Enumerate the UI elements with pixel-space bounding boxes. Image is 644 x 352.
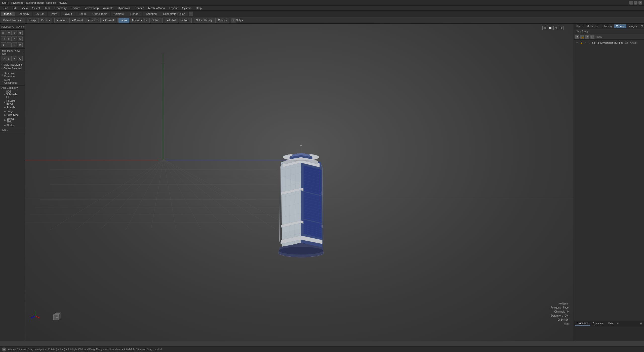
bp-plus-btn[interactable]: +	[616, 322, 619, 325]
sidebar-tool-edgeslice[interactable]: Edge Slice	[0, 113, 25, 117]
convert-btn-1[interactable]: ▸ Convert	[54, 18, 70, 23]
menu-item-view[interactable]: View	[20, 6, 30, 10]
geo-icon[interactable]: ⬡	[590, 35, 594, 39]
menu-item-help[interactable]: Help	[194, 6, 204, 10]
menu-item-file[interactable]: File	[2, 6, 10, 10]
sidebar-tool-bridge[interactable]: Bridge	[0, 109, 25, 113]
mode-tab-game-tools[interactable]: Game Tools	[89, 12, 110, 16]
convert-btn-4[interactable]: ▸ Convert	[101, 18, 116, 23]
mode-tab-layout[interactable]: Layout	[61, 12, 75, 16]
item-geo: ⬡	[588, 41, 591, 44]
mode-tab-animate[interactable]: Animate	[111, 12, 127, 16]
tool-remove[interactable]: ⊘	[18, 30, 23, 35]
mode-tab-scripting[interactable]: Scripting	[143, 12, 160, 16]
tool-select[interactable]: ⬡	[1, 36, 6, 41]
items-btn[interactable]: Items	[118, 18, 129, 23]
options-btn-2[interactable]: Options	[179, 18, 192, 23]
snap-precision-btn[interactable]: ⊡ Snap and Precision	[0, 72, 25, 78]
menu-item-vertex map[interactable]: Vertex Map	[83, 6, 101, 10]
cam-btn-3[interactable]: ⊟	[553, 26, 558, 30]
rp-tab-shading[interactable]: Shading	[600, 24, 614, 28]
item-icon-3[interactable]: ✕	[12, 56, 17, 61]
bp-tab-lists[interactable]: Lists	[606, 322, 615, 325]
sidebar-tool-sds[interactable]: SDS Subdivide 2X	[0, 90, 25, 99]
tool-paint[interactable]: ⊕	[18, 36, 23, 41]
menu-item-select[interactable]: Select	[30, 6, 42, 10]
tool-rotate2[interactable]: ⟳	[18, 42, 23, 47]
item-skyscraper[interactable]: 👁 🔒 ✓ ⬡ Sci_Fi_Skyscraper_Building (2) G…	[575, 41, 643, 45]
nav-cube[interactable]: Front	[52, 312, 61, 321]
menu-item-system[interactable]: System	[180, 6, 193, 10]
sidebar-tool-extrude[interactable]: Extrude	[0, 106, 25, 109]
rp-tab-items[interactable]: Items	[574, 24, 584, 28]
mesh-constraints-btn[interactable]: ⊡ Mesh Constraints	[0, 78, 25, 85]
select-through-btn[interactable]: Select Through	[194, 18, 216, 23]
item-type-tag: Group	[630, 41, 637, 44]
item-menu-text: Item Menu: New Item	[2, 50, 21, 55]
sculpt-btn[interactable]: Sculpt	[27, 18, 39, 23]
cam-btn-1[interactable]: ⊞	[542, 26, 547, 30]
options-btn-3[interactable]: Options	[216, 18, 229, 23]
sidebar-tool-polybevel[interactable]: Polygon Bevel	[0, 99, 25, 106]
viewport[interactable]: ⊞ 🔲 ⊟ ⚙ No Items Polygons : Face Channel…	[25, 24, 574, 341]
tool-resize[interactable]: ⤢	[12, 42, 17, 47]
check-icon[interactable]: ✓	[585, 35, 589, 39]
mode-tab-schematic-fusion[interactable]: Schematic Fusion	[160, 12, 188, 16]
maximize-button[interactable]: □	[634, 1, 637, 5]
tool-path[interactable]: ✕	[12, 36, 17, 41]
convert-btn-2[interactable]: ▸ Convert	[70, 18, 85, 23]
rp-tab-groups[interactable]: Groups	[614, 24, 626, 28]
rp-tab-images[interactable]: Images	[627, 24, 639, 28]
menu-item-meshtomodo[interactable]: MeshToModo	[146, 6, 167, 10]
edit-btn[interactable]: Edit ▾	[0, 128, 25, 132]
menu-item-edit[interactable]: Edit	[11, 6, 19, 10]
mode-tab-setup[interactable]: Setup	[75, 12, 89, 16]
sidebar-tool-smoothshift[interactable]: Smooth Shift	[0, 117, 25, 123]
more-transforms-btn[interactable]: ▸ More Transforms	[0, 63, 25, 67]
item-menu-label[interactable]: Item Menu: New Item ▾	[0, 49, 25, 56]
menu-item-render[interactable]: Render	[133, 6, 146, 10]
cam-btn-settings[interactable]: ⚙	[559, 26, 564, 30]
cam-btn-2[interactable]: 🔲	[548, 26, 552, 30]
falloff-btn[interactable]: ▸ Falloff	[165, 18, 178, 23]
tool-scale-h[interactable]: ↔	[7, 42, 12, 47]
mode-tab-uvedit[interactable]: UVEdit	[33, 12, 47, 16]
mode-tab-render[interactable]: Render	[127, 12, 142, 16]
close-button[interactable]: ✕	[638, 1, 642, 5]
menu-item-item[interactable]: Item	[43, 6, 52, 10]
center-selected-btn[interactable]: ▸ Center Selected	[0, 67, 25, 70]
menu-item-dynamics[interactable]: Dynamics	[116, 6, 132, 10]
lock-icon[interactable]: 🔒	[580, 35, 584, 39]
rp-tab-meshops[interactable]: Mesh Ops	[585, 24, 600, 28]
item-icon-4[interactable]: ⊕	[18, 56, 23, 61]
menu-item-geometry[interactable]: Geometry	[52, 6, 68, 10]
add-geometry-label[interactable]: Add Geometry	[0, 86, 25, 90]
bp-tab-properties[interactable]: Properties	[575, 321, 590, 326]
menu-item-animate[interactable]: Animate	[101, 6, 115, 10]
mode-tab-plus[interactable]: +	[189, 12, 193, 16]
tool-rotate[interactable]: ↺	[7, 30, 12, 35]
tool-move[interactable]: ✥	[1, 42, 6, 47]
item-icon-1[interactable]: ⬡	[1, 56, 6, 61]
presets-btn[interactable]: Presets	[39, 18, 52, 23]
item-icon-2[interactable]: ◎	[7, 56, 12, 61]
tool-add[interactable]: ⊕	[12, 30, 17, 35]
options-btn-1[interactable]: Options	[149, 18, 163, 23]
mode-tab-paint[interactable]: Paint	[48, 12, 60, 16]
toolbar-plus-btn[interactable]: +	[231, 18, 236, 23]
default-layouts-btn[interactable]: Default Layouts ▾	[1, 18, 25, 23]
bp-tab-channels[interactable]: Channels	[591, 322, 606, 325]
menu-item-texture[interactable]: Texture	[69, 6, 82, 10]
tool-lasso[interactable]: ◎	[7, 36, 12, 41]
tool-arrow[interactable]: ▶	[1, 30, 6, 35]
action-center-btn[interactable]: Action Center	[130, 18, 149, 23]
mode-tab-topology[interactable]: Topology	[15, 12, 32, 16]
bp-expand-btn[interactable]: ⊞	[639, 322, 643, 325]
mode-tab-model[interactable]: Model	[1, 12, 15, 16]
sidebar-tool-thicken[interactable]: Thicken	[0, 123, 25, 127]
rp-expand-btn[interactable]: ⊟	[640, 25, 643, 28]
menu-item-layout[interactable]: Layout	[167, 6, 180, 10]
eye-icon[interactable]: 👁	[575, 35, 579, 39]
minimize-button[interactable]: —	[629, 1, 633, 5]
convert-btn-3[interactable]: ▸ Convert	[86, 18, 101, 23]
